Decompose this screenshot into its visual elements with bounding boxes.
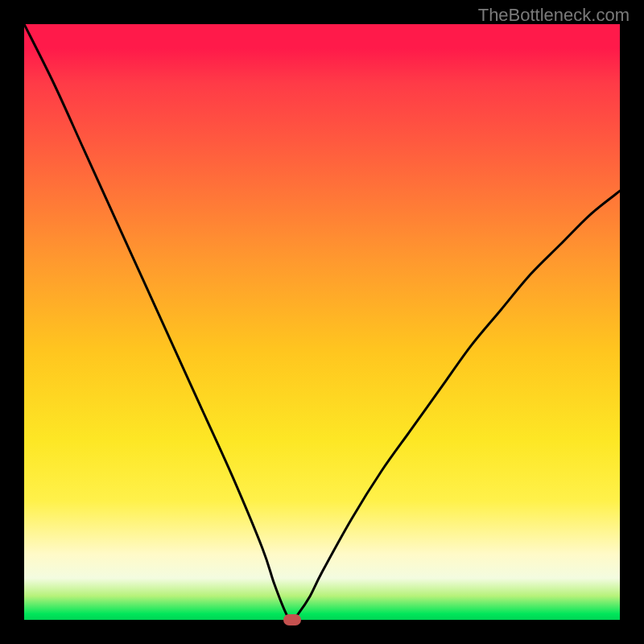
chart-plot-area: [24, 24, 620, 620]
optimal-point-marker: [283, 614, 301, 625]
bottleneck-curve: [24, 24, 620, 620]
watermark-label: TheBottleneck.com: [478, 5, 630, 26]
